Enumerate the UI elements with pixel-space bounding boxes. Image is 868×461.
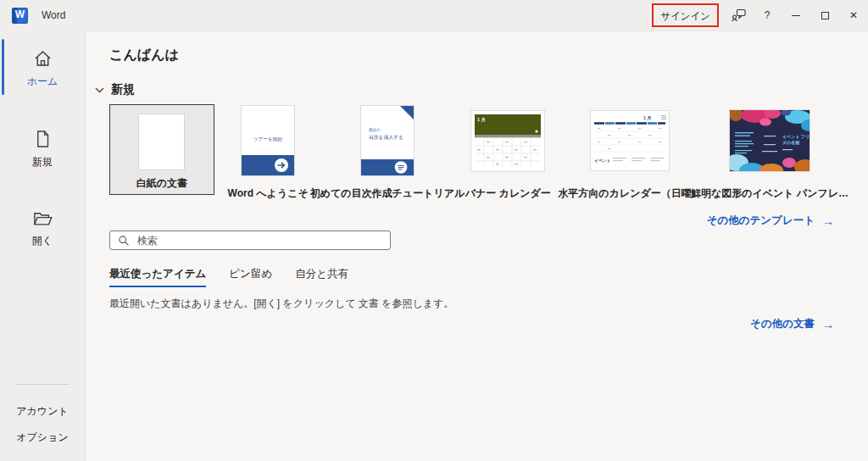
svg-text:1 月: 1 月: [643, 115, 652, 121]
event-brochure-thumbnail: イベント フリー ズの名前: [730, 110, 810, 171]
template-label: 初めての目次作成チュートリアル: [310, 186, 465, 201]
signin-button[interactable]: サインイン: [660, 11, 710, 21]
svg-text:1 月: 1 月: [477, 117, 486, 123]
minimize-icon: [792, 15, 800, 16]
maximize-icon: [821, 12, 829, 19]
word-logo-icon: W: [12, 8, 28, 24]
new-section-title: 新規: [111, 82, 135, 97]
template-label: Word へようこそ: [228, 186, 309, 201]
template-banner-calendar[interactable]: 1 月 バナー: [461, 104, 554, 201]
svg-text:ツアーを開始: ツアーを開始: [253, 136, 282, 142]
tab-shared-with-me[interactable]: 自分と共有: [295, 267, 348, 287]
help-button[interactable]: ?: [753, 0, 782, 31]
template-label: 水平方向のカレンダー（日曜…: [558, 186, 701, 201]
horizontal-calendar-thumbnail: 1 月: [591, 111, 669, 170]
titlebar: W Word サインイン ? ✕: [0, 0, 868, 31]
titlebar-controls: サインイン ? ✕: [652, 0, 868, 31]
close-icon: ✕: [849, 9, 858, 21]
blank-page-thumbnail: [138, 114, 185, 170]
minimize-button[interactable]: [782, 0, 810, 31]
sidebar-item-home[interactable]: ホーム: [0, 48, 85, 89]
no-recent-documents-message: 最近開いた文書はありません。[開く] をクリックして 文書 を参照します。: [109, 297, 834, 311]
new-document-icon: [33, 129, 53, 149]
signin-annotation-highlight: サインイン: [652, 3, 719, 27]
search-input[interactable]: [137, 235, 382, 247]
tab-recent[interactable]: 最近使ったアイテム: [109, 267, 206, 287]
home-icon: [32, 48, 53, 69]
new-section-header[interactable]: 新規: [95, 82, 834, 97]
svg-text:イベント フリー: イベント フリー: [782, 134, 810, 140]
template-welcome-to-word[interactable]: ツアーを開始 Word へようこそ: [223, 104, 314, 201]
more-documents-row: その他の文書 →: [109, 317, 834, 331]
sidebar-divider: [15, 384, 70, 385]
maximize-button[interactable]: [810, 0, 839, 31]
sidebar-item-options[interactable]: オプション: [16, 425, 68, 451]
sidebar-item-open[interactable]: 開く: [0, 209, 85, 248]
svg-text:目次を挿入する: 目次を挿入する: [369, 134, 403, 141]
person-feedback-icon: [732, 8, 746, 22]
chevron-down-icon: [95, 87, 104, 93]
home-backstage-panel: こんばんは 新規 白紙の文書 ツアーを開始 Word へようこそ: [85, 31, 868, 461]
template-event-brochure[interactable]: イベント フリー ズの名前 鮮明な図形のイベント パンフレ…: [705, 104, 834, 201]
feedback-button[interactable]: [724, 0, 753, 31]
tab-pinned[interactable]: ピン留め: [229, 267, 272, 287]
banner-calendar-thumbnail: 1 月: [471, 111, 544, 171]
welcome-tour-thumbnail: ツアーを開始: [242, 106, 294, 175]
template-label: 白紙の文書: [136, 176, 187, 191]
more-documents-link[interactable]: その他の文書: [750, 317, 815, 331]
greeting-heading: こんばんは: [109, 47, 834, 64]
help-icon: ?: [765, 9, 771, 21]
sidebar: ホーム 新規 開く アカウント オプション: [0, 31, 85, 461]
template-label: 鮮明な図形のイベント パンフレ…: [691, 186, 849, 201]
right-arrow-icon[interactable]: →: [822, 214, 834, 228]
right-arrow-icon[interactable]: →: [822, 318, 834, 331]
template-horizontal-calendar[interactable]: 1 月: [563, 104, 697, 201]
app-title: Word: [42, 9, 65, 21]
close-button[interactable]: ✕: [839, 0, 868, 31]
sidebar-item-label: 新規: [32, 155, 53, 169]
more-templates-row: その他のテンプレート →: [109, 214, 834, 228]
template-toc-tutorial[interactable]: 最初の 目次を挿入する 初めての目次作成チュートリアル: [321, 104, 453, 201]
document-list-tabs: 最近使ったアイテム ピン留め 自分と共有: [109, 267, 834, 287]
template-gallery: 白紙の文書 ツアーを開始 Word へようこそ 最初の: [109, 104, 834, 201]
sidebar-item-new[interactable]: 新規: [0, 129, 85, 169]
template-blank-document[interactable]: 白紙の文書: [109, 104, 214, 195]
more-templates-link[interactable]: その他のテンプレート: [707, 214, 815, 228]
svg-text:ズの名前: ズの名前: [782, 140, 800, 146]
open-folder-icon: [32, 209, 53, 228]
active-nav-indicator: [2, 39, 4, 95]
search-icon: [118, 235, 130, 247]
sidebar-item-label: ホーム: [27, 75, 58, 89]
sidebar-item-account[interactable]: アカウント: [16, 398, 68, 425]
toc-tutorial-thumbnail: 最初の 目次を挿入する: [361, 106, 414, 175]
template-label: バナー カレンダー: [465, 186, 551, 201]
sidebar-footer: アカウント オプション: [0, 384, 85, 451]
svg-text:最初の: 最初の: [369, 128, 381, 132]
template-search-box[interactable]: [109, 230, 391, 250]
sidebar-item-label: 開く: [32, 234, 53, 248]
